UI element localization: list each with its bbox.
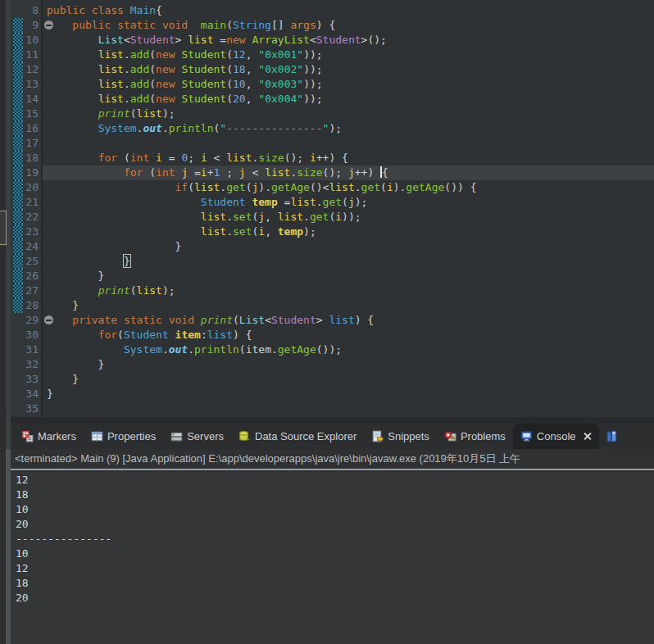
code-text[interactable] [43, 136, 654, 151]
gutter[interactable]: 13 [11, 77, 43, 92]
gutter[interactable]: 25 [11, 254, 43, 269]
gutter[interactable]: 35 [11, 401, 43, 416]
gutter[interactable]: 34 [11, 387, 43, 401]
line-number[interactable]: 12 [23, 62, 43, 77]
gutter[interactable]: 27 [11, 283, 43, 298]
minimized-view-handle[interactable] [0, 211, 7, 245]
code-text[interactable]: private static void print(List<Student> … [43, 313, 654, 328]
tab-servers[interactable]: Servers [163, 424, 231, 449]
gutter[interactable]: 29 [11, 313, 43, 328]
gutter[interactable]: 33 [11, 372, 43, 387]
code-text[interactable]: } [43, 387, 654, 401]
code-text[interactable]: } [43, 239, 654, 254]
code-line[interactable]: 15 print(list); [11, 107, 654, 121]
gutter[interactable]: 10 [11, 33, 43, 48]
line-number[interactable]: 16 [23, 121, 43, 136]
code-text[interactable]: list.add(new Student(18, "0x002")); [43, 62, 654, 77]
gutter[interactable]: 26 [11, 269, 43, 283]
line-number[interactable]: 24 [23, 239, 43, 254]
code-line[interactable]: 26 } [11, 269, 654, 283]
line-number[interactable]: 23 [23, 224, 43, 239]
gutter[interactable]: 15 [11, 107, 43, 121]
code-line[interactable]: 13 list.add(new Student(10, "0x003")); [11, 77, 654, 92]
code-line[interactable]: 33 } [11, 372, 654, 387]
code-text[interactable]: list.set(i, temp); [43, 224, 654, 239]
code-line[interactable]: 28 } [11, 298, 654, 313]
line-number[interactable]: 8 [23, 3, 43, 18]
line-number[interactable]: 32 [23, 357, 43, 372]
code-text[interactable]: list.add(new Student(12, "0x001")); [43, 48, 654, 62]
code-line[interactable]: 30 for(Student item:list) { [11, 328, 654, 342]
code-text[interactable]: } [43, 298, 654, 313]
line-number[interactable]: 13 [23, 77, 43, 92]
line-number[interactable]: 33 [23, 372, 43, 387]
code-line[interactable]: 9 public static void main(String[] args)… [11, 18, 654, 33]
code-line[interactable]: 11 list.add(new Student(12, "0x001")); [11, 48, 654, 62]
line-number[interactable]: 15 [23, 107, 43, 121]
code-line[interactable]: 8public class Main{ [11, 3, 654, 18]
code-line[interactable]: 22 list.set(j, list.get(i)); [11, 210, 654, 224]
line-number[interactable]: 35 [23, 401, 43, 416]
code-text[interactable]: list.add(new Student(10, "0x003")); [43, 77, 654, 92]
line-number[interactable]: 19 [23, 166, 43, 180]
code-text[interactable]: for (int j =i+1 ; j < list.size(); j++) … [43, 166, 654, 180]
line-number[interactable]: 29 [23, 313, 43, 328]
code-line[interactable]: 10 List<Student> list =new ArrayList<Stu… [11, 33, 654, 48]
line-number[interactable]: 11 [23, 48, 43, 62]
line-number[interactable]: 21 [23, 195, 43, 210]
code-line[interactable]: 19 for (int j =i+1 ; j < list.size(); j+… [11, 166, 654, 180]
gutter[interactable]: 11 [11, 48, 43, 62]
line-number[interactable]: 30 [23, 328, 43, 342]
code-editor[interactable]: 78public class Main{9 public static void… [11, 0, 654, 417]
code-line[interactable]: 35 [11, 401, 654, 416]
code-line[interactable]: 29 private static void print(List<Studen… [11, 313, 654, 328]
code-text[interactable]: Student temp =list.get(j); [43, 195, 654, 210]
gutter[interactable]: 21 [11, 195, 43, 210]
tab-snippets[interactable]: Snippets [364, 424, 437, 449]
code-text[interactable]: public class Main{ [43, 3, 654, 18]
gutter[interactable]: 19 [11, 166, 43, 180]
tab-console[interactable]: Console [513, 424, 599, 449]
line-number[interactable]: 22 [23, 210, 43, 224]
gutter[interactable]: 23 [11, 224, 43, 239]
code-line[interactable]: 17 [11, 136, 654, 151]
code-text[interactable]: print(list); [43, 283, 654, 298]
line-number[interactable]: 14 [23, 92, 43, 107]
fold-collapse-icon[interactable] [44, 315, 53, 324]
fold-collapse-icon[interactable] [44, 20, 53, 29]
code-line[interactable]: 20 if(list.get(j).getAge()<list.get(i).g… [11, 180, 654, 195]
line-number[interactable]: 28 [23, 298, 43, 313]
line-number[interactable]: 17 [23, 136, 43, 151]
line-number[interactable]: 27 [23, 283, 43, 298]
code-line[interactable]: 21 Student temp =list.get(j); [11, 195, 654, 210]
code-text[interactable]: } [43, 357, 654, 372]
tab-problems[interactable]: Problems [437, 424, 513, 449]
code-text[interactable]: System.out.println(item.getAge()); [43, 342, 654, 357]
line-number[interactable]: 18 [23, 151, 43, 166]
line-number[interactable]: 31 [23, 342, 43, 357]
gutter[interactable]: 20 [11, 180, 43, 195]
code-line[interactable]: 23 list.set(i, temp); [11, 224, 654, 239]
gutter[interactable]: 16 [11, 121, 43, 136]
code-text[interactable]: public static void main(String[] args) { [43, 18, 654, 33]
close-icon[interactable] [583, 432, 592, 441]
line-number[interactable]: 26 [23, 269, 43, 283]
tab-properties[interactable]: Properties [84, 424, 163, 449]
code-line[interactable]: 34} [11, 387, 654, 401]
gutter[interactable]: 28 [11, 298, 43, 313]
code-text[interactable]: if(list.get(j).getAge()<list.get(i).getA… [43, 180, 654, 195]
code-text[interactable] [43, 401, 654, 416]
tab-data-source-explorer[interactable]: Data Source Explorer [231, 424, 364, 449]
line-number[interactable]: 25 [23, 254, 43, 269]
code-text[interactable]: print(list); [43, 107, 654, 121]
gutter[interactable]: 32 [11, 357, 43, 372]
gutter[interactable]: 14 [11, 92, 43, 107]
gutter[interactable]: 31 [11, 342, 43, 357]
line-number[interactable]: 20 [23, 180, 43, 195]
gutter[interactable]: 30 [11, 328, 43, 342]
code-text[interactable]: } [43, 269, 654, 283]
gutter[interactable]: 12 [11, 62, 43, 77]
gutter[interactable]: 22 [11, 210, 43, 224]
line-number[interactable]: 10 [23, 33, 43, 48]
code-text[interactable]: } [43, 254, 654, 269]
